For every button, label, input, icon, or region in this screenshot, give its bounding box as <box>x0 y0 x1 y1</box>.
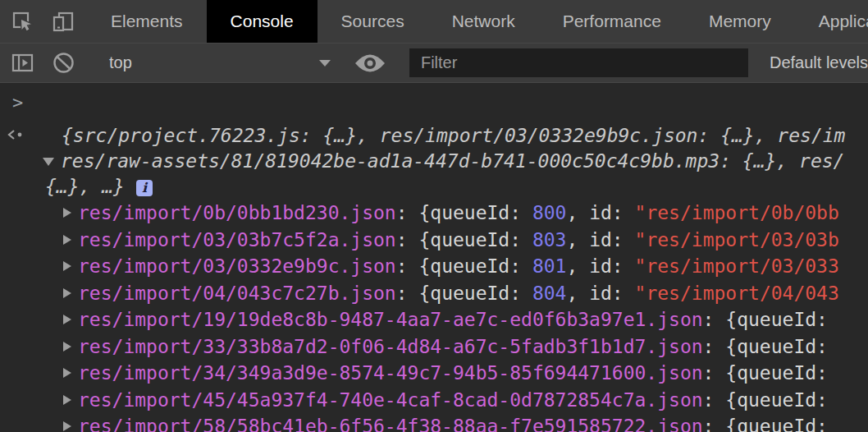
separator: : <box>703 336 726 357</box>
toolbar-icon-group <box>0 51 85 76</box>
separator: : <box>396 202 419 223</box>
tab-application[interactable]: Application <box>795 0 868 43</box>
expand-expander-icon[interactable] <box>63 288 71 298</box>
separator: : <box>396 255 419 277</box>
separator: , id: <box>566 229 634 250</box>
expand-expander-icon[interactable] <box>63 235 71 245</box>
property-key: res/import/0b/0bb1bd230.json <box>78 202 396 223</box>
tab-network[interactable]: Network <box>428 0 539 43</box>
clear-console-icon[interactable] <box>51 51 75 76</box>
preview-open: {queueId: <box>725 416 838 432</box>
separator: : <box>396 283 419 304</box>
object-property-row[interactable]: res/import/04/043c7c27b.json: {queueId: … <box>0 280 868 307</box>
property-key: res/import/33/33b8a7d2-0f06-4d84-a67c-5f… <box>78 336 703 357</box>
property-key: res/import/04/043c7c27b.json <box>78 283 396 304</box>
preview-open: {queueId: <box>418 283 532 304</box>
object-preview-line[interactable]: res/raw-assets/81/819042be-ad1a-447d-b74… <box>0 149 868 174</box>
info-icon[interactable]: i <box>136 180 153 196</box>
collapse-expander-icon[interactable] <box>43 158 54 166</box>
separator: : <box>703 309 726 330</box>
tab-console[interactable]: Console <box>207 0 318 43</box>
object-property-row[interactable]: res/import/03/03b7c5f2a.json: {queueId: … <box>0 227 868 254</box>
return-value-icon <box>7 128 26 141</box>
property-key: res/import/34/349a3d9e-8574-49c7-94b5-85… <box>78 362 703 384</box>
object-property-row[interactable]: res/import/33/33b8a7d2-0f06-4d84-a67c-5f… <box>0 333 868 361</box>
string-value: "res/import/03/033 <box>635 255 839 277</box>
separator: : <box>703 416 726 432</box>
string-value: "res/import/0b/0bb <box>635 202 839 223</box>
separator: , id: <box>566 202 634 223</box>
log-levels-dropdown[interactable]: Default levels <box>770 53 868 72</box>
property-key: res/import/58/58bc41eb-6f56-4f38-88aa-f7… <box>78 416 703 432</box>
tab-bar-icon-group <box>0 0 87 43</box>
expand-expander-icon[interactable] <box>63 261 71 271</box>
object-property-row[interactable]: res/import/0b/0bb1bd230.json: {queueId: … <box>0 200 868 227</box>
tab-performance[interactable]: Performance <box>539 0 685 43</box>
preview-open: {queueId: <box>725 389 838 411</box>
expand-expander-icon[interactable] <box>63 395 71 405</box>
object-property-row[interactable]: res/import/45/45a937f4-740e-4caf-8cad-0d… <box>0 387 868 414</box>
separator: : <box>703 389 726 411</box>
command-prompt-chevron: > <box>12 88 23 117</box>
property-key: res/import/19/19de8c8b-9487-4aa7-ae7c-ed… <box>78 309 703 330</box>
console-messages: >cc.loader._cache {src/project.76223.js:… <box>0 83 868 432</box>
object-property-row[interactable]: res/import/19/19de8c8b-9487-4aa7-ae7c-ed… <box>0 306 868 333</box>
device-toolbar-icon[interactable] <box>51 9 75 34</box>
preview-open: {queueId: <box>418 229 532 250</box>
number-value: 800 <box>532 202 567 223</box>
tab-elements[interactable]: Elements <box>87 0 207 43</box>
devtools-tab-bar: Elements Console Sources Network Perform… <box>0 0 868 44</box>
tab-sources[interactable]: Sources <box>318 0 428 43</box>
object-property-row[interactable]: res/import/58/58bc41eb-6f56-4f38-88aa-f7… <box>0 413 868 432</box>
separator: , id: <box>566 283 634 304</box>
preview-text: res/raw-assets/81/819042be-ad1a-447d-b74… <box>61 150 844 172</box>
separator: , id: <box>566 255 634 277</box>
number-value: 803 <box>532 229 567 250</box>
object-preview-line[interactable]: {src/project.76223.js: {…}, res/import/0… <box>0 123 868 149</box>
separator: : <box>396 229 419 250</box>
sidebar-toggle-icon[interactable] <box>10 51 34 76</box>
context-selector-label: top <box>109 53 132 72</box>
separator: : <box>703 362 726 384</box>
tab-memory[interactable]: Memory <box>685 0 795 43</box>
property-key: res/import/45/45a937f4-740e-4caf-8cad-0d… <box>78 389 703 411</box>
property-key: res/import/03/0332e9b9c.json <box>78 255 396 277</box>
preview-open: {queueId: <box>725 336 838 357</box>
inspect-element-icon[interactable] <box>10 9 34 34</box>
object-preview-line: {…}, …}i <box>0 174 868 200</box>
preview-open: {queueId: <box>725 309 838 330</box>
expand-expander-icon[interactable] <box>63 315 71 324</box>
chevron-down-icon <box>319 60 331 67</box>
property-key: res/import/03/03b7c5f2a.json <box>78 229 396 250</box>
javascript-context-selector[interactable]: top <box>93 44 340 82</box>
preview-text: {…}, …} <box>45 176 125 197</box>
object-property-row[interactable]: res/import/34/349a3d9e-8574-49c7-94b5-85… <box>0 360 868 387</box>
expand-expander-icon[interactable] <box>63 368 71 378</box>
filter-input[interactable] <box>409 48 748 77</box>
console-command-row: >cc.loader._cache <box>0 88 868 117</box>
preview-open: {queueId: <box>725 362 838 384</box>
string-value: "res/import/04/043 <box>635 283 839 304</box>
expand-expander-icon[interactable] <box>63 342 71 352</box>
object-property-row[interactable]: res/import/03/0332e9b9c.json: {queueId: … <box>0 253 868 280</box>
number-value: 801 <box>532 255 567 277</box>
console-toolbar: top Default levels <box>0 44 868 83</box>
expand-expander-icon[interactable] <box>63 208 71 218</box>
string-value: "res/import/03/03b <box>635 229 839 250</box>
expand-expander-icon[interactable] <box>63 421 71 431</box>
preview-open: {queueId: <box>418 202 532 223</box>
preview-open: {queueId: <box>418 255 532 277</box>
eye-icon[interactable] <box>353 51 387 76</box>
number-value: 804 <box>532 283 567 304</box>
console-result-row: {src/project.76223.js: {…}, res/import/0… <box>0 123 868 432</box>
